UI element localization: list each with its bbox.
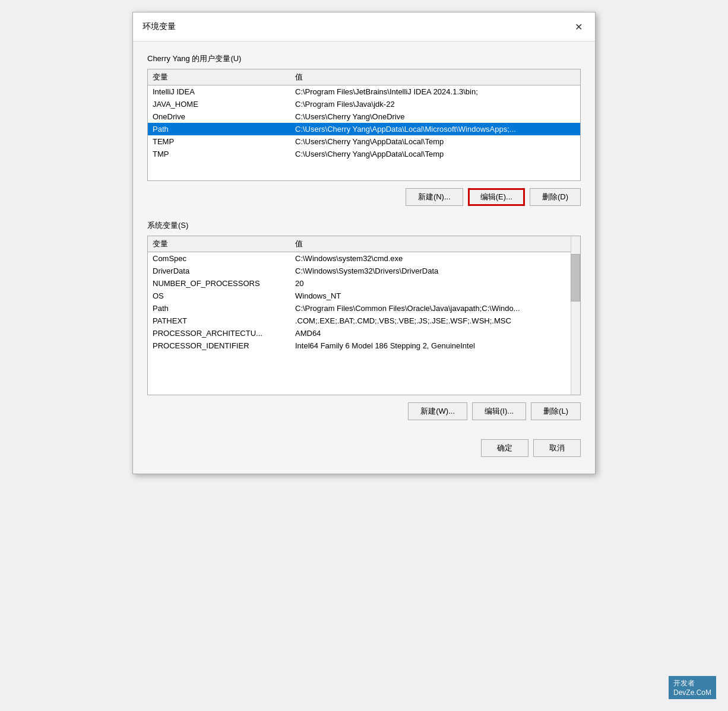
table-row[interactable]: TEMP C:\Users\Cherry Yang\AppData\Local\… [148, 135, 580, 148]
scrollbar-track[interactable] [571, 236, 580, 395]
var-value: .COM;.EXE;.BAT;.CMD;.VBS;.VBE;.JS;.JSE;.… [295, 316, 575, 325]
table-row[interactable]: DriverData C:\Windows\System32\Drivers\D… [148, 265, 580, 277]
user-button-row: 新建(N)... 编辑(E)... 删除(D) [147, 188, 581, 206]
table-row-path-selected[interactable]: Path C:\Users\Cherry Yang\AppData\Local\… [148, 123, 580, 135]
system-button-row: 新建(W)... 编辑(I)... 删除(L) [147, 402, 581, 420]
close-button[interactable]: ✕ [571, 20, 585, 34]
system-table-body: ComSpec C:\Windows\system32\cmd.exe Driv… [148, 252, 580, 395]
table-row[interactable]: TMP C:\Users\Cherry Yang\AppData\Local\T… [148, 148, 580, 160]
var-name: Path [153, 304, 295, 313]
ok-button[interactable]: 确定 [481, 439, 528, 457]
var-name: Path [153, 125, 295, 134]
var-name: NUMBER_OF_PROCESSORS [153, 279, 295, 288]
var-value: C:\Users\Cherry Yang\OneDrive [295, 112, 575, 121]
environment-variables-dialog: 环境变量 ✕ Cherry Yang 的用户变量(U) 变量 值 Intelli… [132, 12, 596, 474]
table-row[interactable]: NUMBER_OF_PROCESSORS 20 [148, 277, 580, 290]
system-col-var-header: 变量 [153, 239, 295, 249]
dialog-title: 环境变量 [143, 21, 176, 32]
system-delete-button[interactable]: 删除(L) [531, 402, 581, 420]
table-row[interactable]: IntelliJ IDEA C:\Program Files\JetBrains… [148, 85, 580, 98]
title-bar: 环境变量 ✕ [133, 12, 595, 42]
scrollbar-thumb[interactable] [571, 254, 580, 301]
var-name: PROCESSOR_ARCHITECTU... [153, 329, 295, 338]
var-name: DriverData [153, 266, 295, 275]
var-name: OneDrive [153, 112, 295, 121]
var-name: PATHEXT [153, 316, 295, 325]
var-name: OS [153, 291, 295, 300]
system-col-val-header: 值 [295, 239, 575, 249]
var-value: C:\Program Files\JetBrains\IntelliJ IDEA… [295, 87, 575, 96]
dialog-body: Cherry Yang 的用户变量(U) 变量 值 IntelliJ IDEA … [133, 42, 595, 474]
user-variables-table: 变量 值 IntelliJ IDEA C:\Program Files\JetB… [147, 69, 581, 181]
system-edit-button[interactable]: 编辑(I)... [472, 402, 526, 420]
system-section-label: 系统变量(S) [147, 220, 581, 231]
var-value: C:\Program Files\Common Files\Oracle\Jav… [295, 304, 575, 313]
system-table-header: 变量 值 [148, 236, 580, 252]
user-edit-button[interactable]: 编辑(E)... [468, 188, 525, 206]
var-name: IntelliJ IDEA [153, 87, 295, 96]
user-col-var-header: 变量 [153, 72, 295, 82]
var-value: C:\Users\Cherry Yang\AppData\Local\Temp [295, 150, 575, 158]
table-row[interactable]: Path C:\Program Files\Common Files\Oracl… [148, 302, 580, 315]
table-row[interactable]: PROCESSOR_IDENTIFIER Intel64 Family 6 Mo… [148, 339, 580, 352]
table-row[interactable]: OS Windows_NT [148, 290, 580, 302]
system-variables-table: 变量 值 ComSpec C:\Windows\system32\cmd.exe… [147, 236, 581, 395]
table-row[interactable]: PATHEXT .COM;.EXE;.BAT;.CMD;.VBS;.VBE;.J… [148, 315, 580, 327]
user-col-val-header: 值 [295, 72, 575, 82]
ok-cancel-row: 确定 取消 [147, 434, 581, 462]
var-name: PROCESSOR_IDENTIFIER [153, 341, 295, 350]
cancel-button[interactable]: 取消 [533, 439, 581, 457]
var-value: C:\Users\Cherry Yang\AppData\Local\Micro… [295, 125, 575, 134]
watermark: 开发者DevZe.CoM [669, 676, 716, 699]
var-value: Intel64 Family 6 Model 186 Stepping 2, G… [295, 341, 575, 350]
table-row[interactable]: JAVA_HOME C:\Program Files\Java\jdk-22 [148, 98, 580, 110]
var-name: JAVA_HOME [153, 100, 295, 109]
var-value: 20 [295, 279, 575, 288]
user-new-button[interactable]: 新建(N)... [406, 188, 463, 206]
system-new-button[interactable]: 新建(W)... [408, 402, 467, 420]
var-name: ComSpec [153, 254, 295, 263]
var-value: C:\Users\Cherry Yang\AppData\Local\Temp [295, 137, 575, 146]
user-section-label: Cherry Yang 的用户变量(U) [147, 53, 581, 64]
table-row[interactable]: PROCESSOR_ARCHITECTU... AMD64 [148, 327, 580, 339]
table-row[interactable]: OneDrive C:\Users\Cherry Yang\OneDrive [148, 110, 580, 123]
var-value: AMD64 [295, 329, 575, 338]
var-value: Windows_NT [295, 291, 575, 300]
user-delete-button[interactable]: 删除(D) [530, 188, 581, 206]
var-name: TEMP [153, 137, 295, 146]
var-value: C:\Program Files\Java\jdk-22 [295, 100, 575, 109]
user-table-body: IntelliJ IDEA C:\Program Files\JetBrains… [148, 85, 580, 180]
table-row[interactable]: ComSpec C:\Windows\system32\cmd.exe [148, 252, 580, 265]
user-table-header: 变量 值 [148, 69, 580, 85]
var-value: C:\Windows\System32\Drivers\DriverData [295, 266, 575, 275]
var-value: C:\Windows\system32\cmd.exe [295, 254, 575, 263]
var-name: TMP [153, 150, 295, 158]
